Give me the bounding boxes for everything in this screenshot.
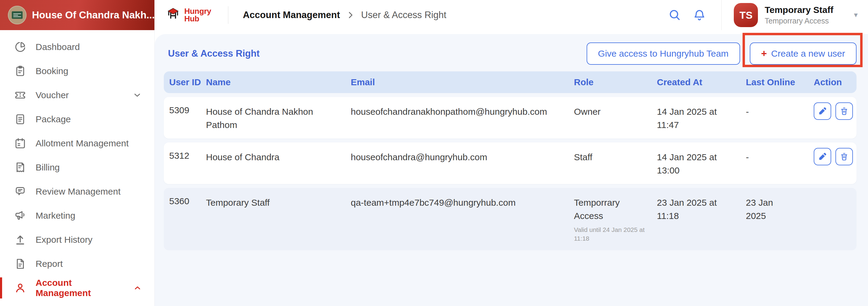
cell-name: House of Chandra: [206, 150, 351, 164]
topbar-right: TS Temporary Staff Temporrary Access ▼: [668, 0, 859, 30]
delete-user-button[interactable]: [835, 148, 853, 165]
sidebar-item-label: Dashboard: [36, 42, 80, 52]
sidebar-item-label: Billing: [36, 162, 60, 173]
cell-email: qa-team+tmp4e7bc749@hungryhub.com: [351, 196, 574, 209]
billing-icon: [14, 161, 27, 174]
pencil-icon: [818, 152, 827, 162]
sidebar-item-marketing[interactable]: Marketing: [0, 204, 154, 228]
hungryhub-logo[interactable]: Hungry Hub: [165, 7, 211, 23]
column-header-last-online: Last Online: [746, 77, 814, 87]
cell-action: [814, 148, 857, 165]
sidebar-item-billing[interactable]: Billing: [0, 156, 154, 179]
sidebar-menu: Dashboard Booking Voucher Package Allotm…: [0, 30, 154, 300]
profile-role: Temporrary Access: [765, 16, 833, 25]
sidebar-item-label: Account Management: [36, 278, 124, 298]
package-icon: [14, 113, 27, 126]
column-header-user-id: User ID: [164, 77, 206, 87]
sidebar-item-booking[interactable]: Booking: [0, 59, 154, 83]
booking-icon: [14, 65, 27, 77]
profile-menu[interactable]: TS Temporary Staff Temporrary Access: [722, 3, 833, 27]
content-panel: User & Access Right Give access to Hungr…: [155, 34, 868, 306]
bell-icon[interactable]: [692, 8, 706, 22]
column-header-email: Email: [351, 77, 574, 87]
cell-last-online: -: [746, 150, 814, 164]
restaurant-name: House Of Chandra Nakh...: [32, 9, 155, 21]
cell-created-at: 14 Jan 2025 at 11:47: [657, 105, 746, 131]
breadcrumb-parent[interactable]: Account Management: [243, 10, 340, 21]
cell-name: Temporary Staff: [206, 196, 351, 209]
table-row: 5360 Temporary Staff qa-team+tmp4e7bc749…: [164, 188, 857, 250]
review-icon: [14, 185, 27, 198]
sidebar-item-dashboard[interactable]: Dashboard: [0, 35, 154, 59]
sidebar-item-package[interactable]: Package: [0, 107, 154, 131]
sidebar-item-report[interactable]: Report: [0, 252, 154, 276]
chevron-down-icon: [132, 90, 142, 100]
pencil-icon: [818, 106, 827, 116]
restaurant-logo-label: [12, 11, 23, 19]
profile-name: Temporary Staff: [765, 5, 833, 15]
sidebar-item-account-management[interactable]: Account Management: [0, 276, 154, 300]
account-icon: [14, 282, 27, 294]
cell-created-at: 14 Jan 2025 at 13:00: [657, 150, 746, 177]
report-icon: [14, 258, 27, 270]
sidebar-item-label: Report: [36, 259, 63, 269]
cell-role: Owner: [574, 105, 657, 118]
plus-icon: +: [761, 48, 767, 59]
cell-action: [814, 102, 857, 120]
chevron-right-icon: [346, 10, 355, 20]
voucher-icon: [14, 89, 27, 102]
trash-icon: [839, 106, 849, 116]
create-new-user-button[interactable]: + Create a new user: [750, 42, 857, 65]
sidebar-item-allotment-management[interactable]: Allotment Management: [0, 131, 154, 156]
users-table: User ID Name Email Role Created At Last …: [164, 71, 857, 250]
topbar-divider: [228, 6, 228, 24]
sidebar-item-label: Booking: [36, 66, 68, 76]
delete-user-button[interactable]: [835, 102, 853, 120]
cell-last-online: 23 Jan 2025: [746, 196, 814, 222]
edit-user-button[interactable]: [814, 102, 831, 120]
sidebar-item-voucher[interactable]: Voucher: [0, 83, 154, 107]
marketing-icon: [14, 209, 27, 222]
column-header-name: Name: [206, 77, 351, 87]
trash-icon: [839, 152, 849, 162]
sidebar-item-label: Allotment Management: [36, 138, 129, 148]
chevron-up-icon: [133, 283, 142, 293]
profile-text: Temporary Staff Temporrary Access: [765, 5, 833, 25]
sidebar-item-label: Export History: [36, 235, 92, 245]
allotment-icon: [14, 137, 27, 150]
cell-email: houseofchandra@hungryhub.com: [351, 150, 574, 164]
column-header-role: Role: [574, 77, 657, 87]
main-area: Hungry Hub Account Management User & Acc…: [155, 0, 868, 306]
sidebar-item-label: Review Management: [36, 186, 121, 197]
caret-down-icon[interactable]: ▼: [852, 11, 859, 19]
column-header-action: Action: [814, 77, 857, 87]
cell-user-id: 5312: [164, 150, 206, 161]
give-access-button[interactable]: Give access to Hungryhub Team: [587, 42, 740, 65]
table-row: 5309 House of Chandra Nakhon Pathom hous…: [164, 97, 857, 139]
cell-created-at: 23 Jan 2025 at 11:18: [657, 196, 746, 222]
edit-user-button[interactable]: [814, 148, 831, 165]
column-header-created-at: Created At: [657, 77, 746, 87]
create-user-wrap: + Create a new user: [750, 42, 857, 65]
avatar: TS: [734, 3, 758, 27]
hungryhub-wordmark: Hungry Hub: [184, 7, 211, 22]
topbar: Hungry Hub Account Management User & Acc…: [155, 0, 868, 30]
table-row: 5312 House of Chandra houseofchandra@hun…: [164, 142, 857, 184]
dashboard-icon: [14, 41, 27, 53]
cell-role: Staff: [574, 150, 657, 164]
cell-last-online: -: [746, 105, 814, 118]
export-icon: [14, 233, 27, 246]
content-header: User & Access Right Give access to Hungr…: [164, 42, 857, 65]
breadcrumb-current: User & Access Right: [361, 10, 446, 21]
sidebar-item-label: Package: [36, 114, 71, 125]
sidebar-item-export-history[interactable]: Export History: [0, 228, 154, 252]
create-new-user-label: Create a new user: [771, 48, 845, 59]
cell-name: House of Chandra Nakhon Pathom: [206, 105, 351, 131]
sidebar-item-review-management[interactable]: Review Management: [0, 179, 154, 204]
role-validity-note: Valid until 24 Jan 2025 at 11:18: [574, 225, 645, 243]
header-buttons: Give access to Hungryhub Team + Create a…: [587, 42, 857, 65]
search-icon[interactable]: [668, 8, 682, 22]
cell-email: houseofchandranakhonpathom@hungryhub.com: [351, 105, 574, 118]
role-value: Temporrary Access: [574, 196, 645, 222]
sidebar: House Of Chandra Nakh... « Dashboard Boo…: [0, 0, 155, 306]
